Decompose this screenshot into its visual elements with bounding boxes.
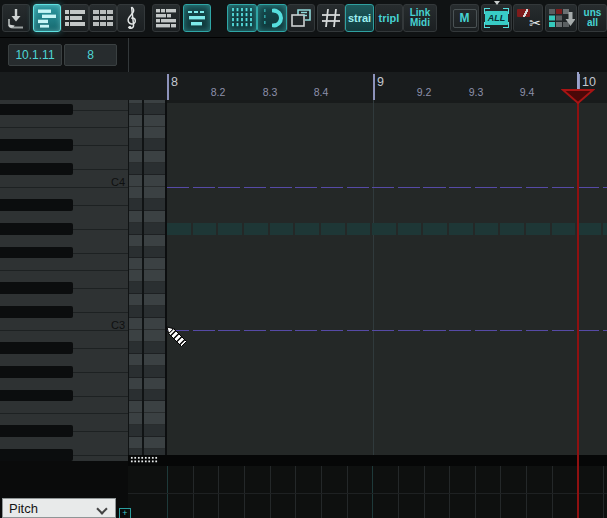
black-key-ds3[interactable] <box>0 282 73 294</box>
key-strip-row <box>129 390 142 402</box>
velocity-grid-button[interactable] <box>545 4 577 32</box>
black-key-cs3[interactable] <box>0 306 73 318</box>
event-list-view-button[interactable] <box>152 4 180 32</box>
position-display[interactable]: 10.1.11 <box>8 44 62 66</box>
key-strip-row <box>129 115 142 127</box>
black-key-ds4[interactable] <box>0 139 73 151</box>
white-key-separator <box>0 127 128 128</box>
drum-editor-view-button[interactable] <box>61 4 89 32</box>
drum-rows-icon <box>62 5 88 31</box>
split-erase-tool-button[interactable]: ✂ <box>513 4 543 32</box>
key-strip-row <box>144 425 165 437</box>
key-strip-row <box>144 199 165 211</box>
key-strip-row <box>129 413 142 425</box>
key-strip-row <box>129 437 142 449</box>
key-strip-row <box>144 175 165 187</box>
black-key-cs2[interactable] <box>0 449 73 461</box>
duplicate-button[interactable] <box>287 4 315 32</box>
black-key-cs4[interactable] <box>0 163 73 175</box>
beat-number-label: 8.4 <box>308 86 334 98</box>
mute-button[interactable]: M <box>450 4 479 32</box>
white-key-separator <box>73 312 128 313</box>
black-key-gs2[interactable] <box>0 366 73 378</box>
white-key-separator <box>73 205 128 206</box>
key-strip-row <box>129 187 142 199</box>
pattern-view-button[interactable] <box>89 4 117 32</box>
white-key-separator <box>73 288 128 289</box>
octave-divider-line <box>167 187 607 189</box>
pattern-grid-icon <box>90 5 116 31</box>
key-strip-row <box>129 235 142 247</box>
import-arrow-icon <box>3 5 29 31</box>
key-strip-row <box>144 378 165 390</box>
key-strip-row <box>144 258 165 270</box>
splitter-grip-icon[interactable] <box>130 456 158 464</box>
length-display[interactable]: 8 <box>64 44 117 66</box>
playhead-marker-icon[interactable] <box>561 89 595 105</box>
bar-tick-line <box>167 74 169 100</box>
key-strip-row <box>144 211 165 223</box>
key-strip-row <box>129 104 142 116</box>
controller-lanes-button[interactable] <box>183 4 211 32</box>
import-midi-button[interactable] <box>2 4 30 32</box>
key-strip-row <box>144 223 165 235</box>
playhead-line[interactable] <box>577 90 579 518</box>
key-strip-row <box>129 258 142 270</box>
bar-number-label: 8 <box>171 75 178 89</box>
black-key-fs2[interactable] <box>0 390 73 402</box>
select-all-button[interactable]: ALL <box>481 4 512 32</box>
magnet-snap-button[interactable] <box>257 4 287 32</box>
link-midi-button[interactable]: LinkMidi <box>403 4 437 32</box>
controller-grid-line <box>218 466 219 518</box>
controller-grid-line <box>424 466 425 518</box>
key-strip-row <box>129 223 142 235</box>
lane-splitter[interactable] <box>128 455 607 466</box>
straight-grid-label: strai <box>348 13 371 24</box>
black-key-gs3[interactable] <box>0 223 73 235</box>
key-strip-row <box>144 366 165 378</box>
magnet-icon <box>258 5 286 31</box>
key-strip <box>128 100 167 455</box>
black-key-as3[interactable] <box>0 199 73 211</box>
key-strip-row <box>144 294 165 306</box>
key-strip-row <box>129 282 142 294</box>
note-grid[interactable] <box>167 100 607 455</box>
snap-grid-button[interactable] <box>227 4 257 32</box>
velocity-grid-icon <box>546 5 576 31</box>
hash-icon <box>318 5 344 31</box>
unselect-all-button[interactable]: unsall <box>578 4 607 32</box>
add-lane-button[interactable]: + <box>119 508 131 518</box>
key-strip-row <box>129 247 142 259</box>
black-key-fs3[interactable] <box>0 247 73 259</box>
timeline-ruler[interactable]: 88.28.38.499.29.39.410 <box>0 72 607 101</box>
controller-grid-line <box>193 466 194 518</box>
black-key-as2[interactable] <box>0 342 73 354</box>
key-strip-row <box>129 425 142 437</box>
piano-keyboard[interactable]: C4C3 <box>0 100 128 461</box>
controller-lane[interactable] <box>128 466 607 518</box>
dotted-grid-icon <box>228 5 256 31</box>
controller-grid-line <box>372 466 373 518</box>
controller-grid-line <box>321 466 322 518</box>
list-grid-icon <box>153 5 179 31</box>
controller-type-label: Pitch <box>9 501 38 516</box>
controller-type-select[interactable]: Pitch <box>2 498 116 518</box>
beat-number-label: 8.2 <box>205 86 231 98</box>
key-strip-row <box>144 127 165 139</box>
key-strip-row <box>144 437 165 449</box>
score-view-button[interactable] <box>117 4 145 32</box>
black-key-fs4[interactable] <box>0 104 73 116</box>
duplicate-icon <box>288 5 314 31</box>
black-key-ds2[interactable] <box>0 425 73 437</box>
piano-roll-icon <box>34 5 60 31</box>
key-strip-row <box>129 366 142 378</box>
key-strip-row <box>129 294 142 306</box>
key-strip-row <box>129 139 142 151</box>
straight-grid-button[interactable]: strai <box>345 4 374 32</box>
triplet-grid-button[interactable]: tripl <box>375 4 403 32</box>
controller-grid-line <box>500 466 501 518</box>
piano-roll-view-button[interactable] <box>33 4 61 32</box>
key-strip-row <box>144 330 165 342</box>
grid-hash-button[interactable] <box>317 4 345 32</box>
highlighted-note-row[interactable] <box>167 223 607 235</box>
